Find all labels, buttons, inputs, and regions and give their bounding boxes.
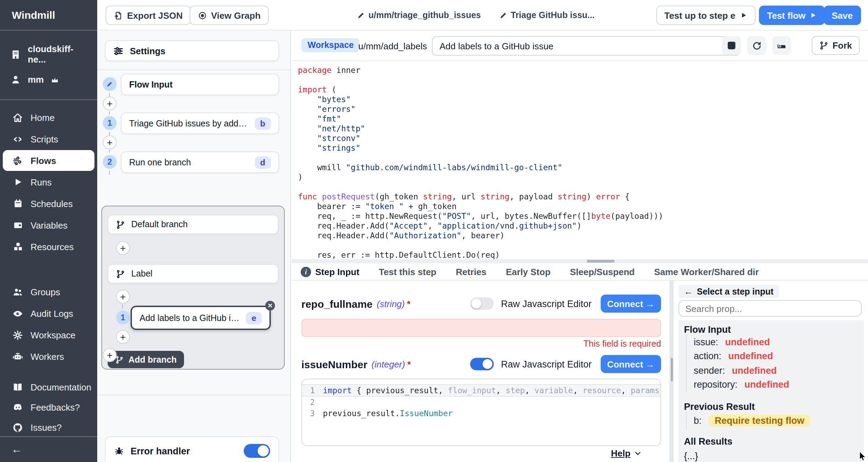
select-step-input-button[interactable]: ← Select a step input [678, 285, 779, 298]
export-json-button[interactable]: Export JSON [106, 6, 191, 25]
test-up-to-step-button[interactable]: Test up to step e [656, 6, 756, 25]
add-step-button[interactable]: + [103, 97, 117, 110]
sidebar-item-variables[interactable]: Variables [3, 215, 94, 236]
horizontal-scrollbar[interactable] [292, 259, 868, 263]
panel-resize-divider[interactable] [669, 281, 674, 462]
sidebar-item-label: Flows [31, 155, 56, 166]
flow-title-label: Triage GitHub issu... [511, 10, 595, 20]
scrollbar-handle[interactable] [587, 260, 615, 263]
flow-node-b[interactable]: Triage GitHub issues by adding labels ..… [121, 113, 279, 134]
add-branch-button[interactable]: Add branch [108, 351, 184, 368]
view-graph-button[interactable]: View Graph [190, 6, 269, 25]
flow-path-crumb[interactable]: u/mm/triage_github_issues [357, 10, 481, 20]
issue-number-js-editor[interactable]: 1 import { previous_result, flow_input, … [301, 379, 661, 446]
reload-button[interactable] [747, 36, 766, 55]
flow-title-crumb[interactable]: Triage GitHub issu... [499, 10, 595, 20]
play-icon [810, 12, 817, 19]
script-editor-header: Workspace u/mm/add_labels Fork [292, 31, 868, 61]
sidebar-item-flows[interactable]: Flows [3, 150, 94, 171]
connect-button[interactable]: Connect → [601, 295, 661, 313]
gear-icon [12, 330, 24, 340]
collapse-sidebar-button[interactable]: ← [11, 443, 22, 456]
export-json-label: Export JSON [127, 10, 183, 20]
prop-issue[interactable]: issue:undefined [694, 335, 858, 349]
selected-node-e[interactable]: Add labels to a GitHub issue e [131, 306, 271, 330]
sidebar-item-label: Workspace [31, 330, 76, 340]
error-handler-label: Error handler [131, 446, 237, 456]
git-branch-icon [116, 220, 125, 229]
tab-same-worker[interactable]: Same Worker/Shared dir [654, 266, 759, 277]
all-results-expander[interactable]: {...} [684, 451, 858, 461]
remove-node-button[interactable]: ✕ [265, 301, 275, 311]
bed-icon [776, 40, 787, 51]
add-step-button[interactable]: + [116, 330, 130, 344]
flow-input-node[interactable]: Flow Input [121, 74, 279, 95]
default-branch-node[interactable]: Default branch [108, 215, 278, 234]
sidebar: Windmill cloudskiff-ne... mm [0, 0, 97, 462]
flow-input-section-title: Flow Input [684, 324, 858, 335]
sidebar-item-runs[interactable]: Runs [3, 172, 94, 192]
tab-test-this-step[interactable]: Test this step [379, 266, 436, 277]
connect-button[interactable]: Connect → [601, 355, 661, 373]
save-button[interactable]: Save [823, 6, 861, 25]
error-handler-toggle[interactable] [244, 444, 270, 458]
default-branch-label: Default branch [131, 220, 188, 229]
node-id-badge: e [246, 312, 262, 324]
discord-icon [12, 402, 24, 412]
sidebar-item-groups[interactable]: Groups [3, 281, 94, 302]
raw-js-toggle-on[interactable] [470, 358, 494, 370]
calendar-icon [12, 199, 24, 208]
tab-sleep-suspend[interactable]: Sleep/Suspend [570, 266, 635, 277]
workspace-switcher[interactable]: cloudskiff-ne... [0, 39, 97, 69]
chevron-down-icon [634, 449, 642, 457]
tab-retries[interactable]: Retries [456, 266, 486, 277]
add-step-button[interactable]: + [103, 135, 117, 149]
help-link[interactable]: Help [611, 448, 642, 459]
label-branch-node[interactable]: Label [108, 264, 278, 283]
prop-b[interactable]: b: Require testing flow [694, 412, 858, 429]
flow-node-d[interactable]: Run one branch d [121, 151, 279, 173]
sidebar-item-feedbacks[interactable]: Feedbacks? [3, 397, 94, 417]
go-code-editor[interactable]: package inner import ( "bytes" "errors" … [292, 61, 868, 263]
boxes-icon [12, 242, 24, 251]
branch-container: Default branch + Label + 1 Add labels to… [101, 206, 285, 370]
required-asterisk: * [407, 359, 411, 369]
raw-js-toggle-off[interactable] [470, 297, 494, 310]
sidebar-item-documentation[interactable]: Documentation [3, 377, 94, 397]
search-prop-input[interactable] [678, 300, 862, 317]
sidebar-item-scripts[interactable]: Scripts [3, 129, 94, 149]
add-step-button[interactable]: + [103, 348, 117, 362]
sleep-button[interactable] [772, 36, 791, 55]
prop-repository[interactable]: repository:undefined [694, 378, 858, 392]
info-icon: i [301, 266, 311, 277]
user-menu[interactable]: mm [0, 69, 97, 90]
view-graph-label: View Graph [211, 10, 261, 20]
sidebar-item-workspace[interactable]: Workspace [3, 324, 94, 345]
prop-sender[interactable]: sender:undefined [694, 363, 858, 378]
sidebar-item-label: Feedbacks? [31, 402, 80, 412]
sidebar-item-workers[interactable]: Workers [3, 346, 94, 367]
tab-early-stop[interactable]: Early Stop [506, 266, 551, 277]
stop-button[interactable] [722, 36, 741, 55]
repo-fullname-input[interactable] [301, 319, 661, 337]
add-step-button[interactable]: + [116, 290, 130, 304]
tab-label: Step Input [315, 266, 359, 277]
sidebar-item-resources[interactable]: Resources [3, 236, 94, 257]
fork-button[interactable]: Fork [812, 36, 860, 55]
sidebar-item-schedules[interactable]: Schedules [3, 193, 94, 214]
flow-settings-button[interactable]: Settings [105, 40, 279, 61]
script-summary-input[interactable] [432, 36, 740, 56]
sidebar-item-issues[interactable]: Issues? [3, 418, 94, 437]
test-flow-button[interactable]: Test flow [759, 6, 825, 25]
scrollbar-handle[interactable] [670, 358, 673, 381]
eye-icon [12, 308, 24, 319]
prop-action[interactable]: action:undefined [694, 349, 858, 363]
all-results-section-title: All Results [684, 436, 858, 447]
arrow-left-icon: ← [684, 287, 693, 296]
tab-step-input[interactable]: i Step Input [301, 266, 359, 277]
user-icon [10, 74, 22, 85]
sidebar-item-home[interactable]: Home [3, 107, 94, 128]
sidebar-item-audit-logs[interactable]: Audit Logs [3, 303, 94, 324]
add-step-button[interactable]: + [116, 241, 130, 255]
connector [109, 111, 110, 115]
